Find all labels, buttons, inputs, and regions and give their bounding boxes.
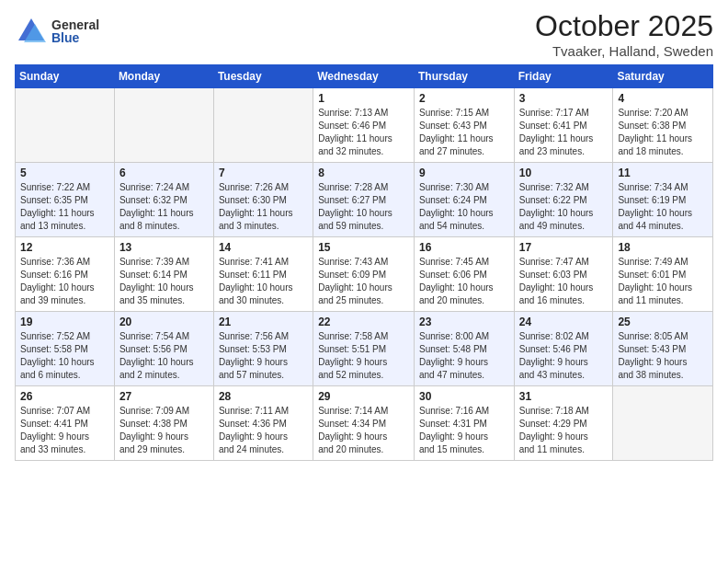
day-info: Sunrise: 7:52 AM Sunset: 5:58 PM Dayligh… [20,330,109,382]
calendar-cell: 12Sunrise: 7:36 AM Sunset: 6:16 PM Dayli… [16,237,115,312]
page: General Blue October 2025 Tvaaker, Halla… [0,0,728,476]
day-number: 4 [618,92,708,105]
day-number: 11 [618,167,708,179]
location-title: Tvaaker, Halland, Sweden [535,43,713,59]
calendar-week-row: 1Sunrise: 7:13 AM Sunset: 6:46 PM Daylig… [16,88,713,163]
day-info: Sunrise: 7:45 AM Sunset: 6:06 PM Dayligh… [419,256,509,307]
calendar-cell: 1Sunrise: 7:13 AM Sunset: 6:46 PM Daylig… [313,88,415,163]
calendar-cell [213,88,313,163]
day-number: 26 [20,390,109,403]
day-number: 20 [119,316,209,328]
calendar-cell: 16Sunrise: 7:45 AM Sunset: 6:06 PM Dayli… [414,237,514,312]
day-number: 30 [419,390,509,403]
day-number: 23 [419,316,509,328]
day-info: Sunrise: 7:26 AM Sunset: 6:30 PM Dayligh… [219,181,308,233]
day-number: 3 [519,92,609,105]
day-number: 31 [519,390,609,403]
calendar-cell: 3Sunrise: 7:17 AM Sunset: 6:41 PM Daylig… [514,88,613,163]
day-info: Sunrise: 7:49 AM Sunset: 6:01 PM Dayligh… [618,256,708,307]
day-number: 28 [219,390,308,403]
calendar-cell: 7Sunrise: 7:26 AM Sunset: 6:30 PM Daylig… [213,163,313,237]
calendar-week-row: 5Sunrise: 7:22 AM Sunset: 6:35 PM Daylig… [16,163,713,237]
day-info: Sunrise: 7:18 AM Sunset: 4:29 PM Dayligh… [519,405,609,456]
calendar-cell [114,88,213,163]
calendar-cell: 4Sunrise: 7:20 AM Sunset: 6:38 PM Daylig… [613,88,713,163]
day-info: Sunrise: 7:28 AM Sunset: 6:27 PM Dayligh… [318,181,409,233]
calendar-cell: 21Sunrise: 7:56 AM Sunset: 5:53 PM Dayli… [213,312,313,386]
day-number: 6 [119,167,209,179]
day-number: 7 [219,167,308,179]
calendar-cell: 9Sunrise: 7:30 AM Sunset: 6:24 PM Daylig… [414,163,514,237]
calendar-cell: 30Sunrise: 7:16 AM Sunset: 4:31 PM Dayli… [414,386,514,461]
day-info: Sunrise: 7:15 AM Sunset: 6:43 PM Dayligh… [419,107,509,158]
month-title: October 2025 [535,9,713,43]
day-info: Sunrise: 7:36 AM Sunset: 6:16 PM Dayligh… [20,256,109,307]
calendar-cell: 14Sunrise: 7:41 AM Sunset: 6:11 PM Dayli… [213,237,313,312]
day-number: 13 [119,241,209,254]
weekday-header-sunday: Sunday [16,65,115,88]
title-block: October 2025 Tvaaker, Halland, Sweden [535,9,713,59]
day-number: 19 [20,316,109,328]
calendar-week-row: 19Sunrise: 7:52 AM Sunset: 5:58 PM Dayli… [16,312,713,386]
day-info: Sunrise: 7:17 AM Sunset: 6:41 PM Dayligh… [519,107,609,158]
day-info: Sunrise: 7:14 AM Sunset: 4:34 PM Dayligh… [318,405,409,456]
day-info: Sunrise: 7:22 AM Sunset: 6:35 PM Dayligh… [20,181,109,233]
day-info: Sunrise: 7:39 AM Sunset: 6:14 PM Dayligh… [119,256,209,307]
day-number: 16 [419,241,509,254]
calendar-cell: 27Sunrise: 7:09 AM Sunset: 4:38 PM Dayli… [114,386,213,461]
calendar-cell: 11Sunrise: 7:34 AM Sunset: 6:19 PM Dayli… [613,163,713,237]
day-number: 9 [419,167,509,179]
calendar-cell: 28Sunrise: 7:11 AM Sunset: 4:36 PM Dayli… [213,386,313,461]
logo-icon [15,15,48,48]
day-number: 15 [318,241,409,254]
header: General Blue October 2025 Tvaaker, Halla… [15,9,713,59]
day-info: Sunrise: 8:05 AM Sunset: 5:43 PM Dayligh… [618,330,708,382]
weekday-header-monday: Monday [114,65,213,88]
day-info: Sunrise: 7:32 AM Sunset: 6:22 PM Dayligh… [519,181,609,233]
day-number: 29 [318,390,409,403]
calendar-cell [16,88,115,163]
weekday-header-tuesday: Tuesday [213,65,313,88]
calendar-cell: 26Sunrise: 7:07 AM Sunset: 4:41 PM Dayli… [16,386,115,461]
weekday-header-row: SundayMondayTuesdayWednesdayThursdayFrid… [16,65,713,88]
day-info: Sunrise: 7:09 AM Sunset: 4:38 PM Dayligh… [119,405,209,456]
calendar-cell: 13Sunrise: 7:39 AM Sunset: 6:14 PM Dayli… [114,237,213,312]
calendar-cell: 22Sunrise: 7:58 AM Sunset: 5:51 PM Dayli… [313,312,415,386]
day-info: Sunrise: 7:43 AM Sunset: 6:09 PM Dayligh… [318,256,409,307]
day-number: 22 [318,316,409,328]
day-info: Sunrise: 7:54 AM Sunset: 5:56 PM Dayligh… [119,330,209,382]
logo-text: General Blue [51,18,99,44]
calendar-cell: 10Sunrise: 7:32 AM Sunset: 6:22 PM Dayli… [514,163,613,237]
day-number: 18 [618,241,708,254]
calendar-cell: 17Sunrise: 7:47 AM Sunset: 6:03 PM Dayli… [514,237,613,312]
calendar-cell: 5Sunrise: 7:22 AM Sunset: 6:35 PM Daylig… [16,163,115,237]
day-number: 25 [618,316,708,328]
day-info: Sunrise: 7:11 AM Sunset: 4:36 PM Dayligh… [219,405,308,456]
calendar-week-row: 26Sunrise: 7:07 AM Sunset: 4:41 PM Dayli… [16,386,713,461]
calendar-cell: 29Sunrise: 7:14 AM Sunset: 4:34 PM Dayli… [313,386,415,461]
day-info: Sunrise: 7:20 AM Sunset: 6:38 PM Dayligh… [618,107,708,158]
day-number: 24 [519,316,609,328]
calendar-cell: 23Sunrise: 8:00 AM Sunset: 5:48 PM Dayli… [414,312,514,386]
logo-general-text: General [51,18,99,31]
calendar-cell: 20Sunrise: 7:54 AM Sunset: 5:56 PM Dayli… [114,312,213,386]
weekday-header-saturday: Saturday [613,65,713,88]
day-number: 8 [318,167,409,179]
calendar-cell: 19Sunrise: 7:52 AM Sunset: 5:58 PM Dayli… [16,312,115,386]
day-number: 5 [20,167,109,179]
day-info: Sunrise: 7:24 AM Sunset: 6:32 PM Dayligh… [119,181,209,233]
calendar-cell: 15Sunrise: 7:43 AM Sunset: 6:09 PM Dayli… [313,237,415,312]
day-number: 17 [519,241,609,254]
day-info: Sunrise: 7:34 AM Sunset: 6:19 PM Dayligh… [618,181,708,233]
weekday-header-wednesday: Wednesday [313,65,415,88]
day-number: 1 [318,92,409,105]
logo: General Blue [15,15,99,48]
day-info: Sunrise: 8:00 AM Sunset: 5:48 PM Dayligh… [419,330,509,382]
calendar-cell: 24Sunrise: 8:02 AM Sunset: 5:46 PM Dayli… [514,312,613,386]
day-info: Sunrise: 7:58 AM Sunset: 5:51 PM Dayligh… [318,330,409,382]
day-info: Sunrise: 7:41 AM Sunset: 6:11 PM Dayligh… [219,256,308,307]
day-number: 21 [219,316,308,328]
day-info: Sunrise: 7:13 AM Sunset: 6:46 PM Dayligh… [318,107,409,158]
logo-blue-text: Blue [51,31,99,44]
day-number: 10 [519,167,609,179]
